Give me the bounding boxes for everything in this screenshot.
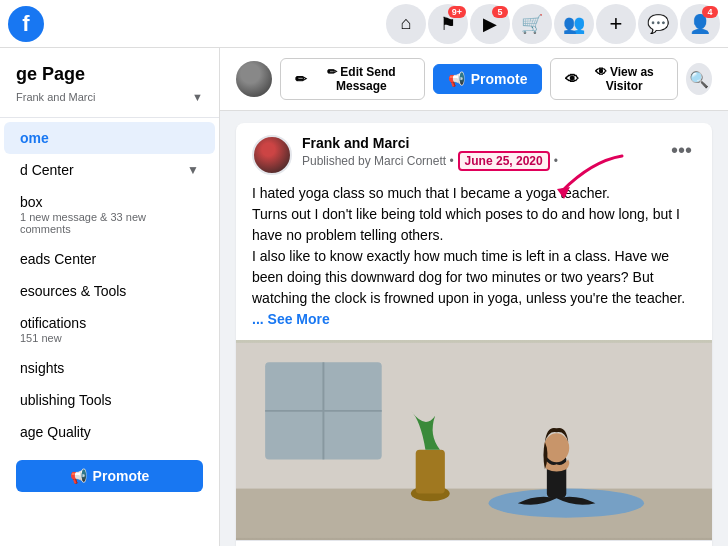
published-by-text: Published by Marci Cornett • (302, 154, 454, 168)
post-date-highlight[interactable]: June 25, 2020 (458, 151, 550, 171)
search-button[interactable]: 🔍 (686, 63, 712, 95)
sidebar-item-label: d Center (20, 162, 74, 178)
post-line-3: I also like to know exactly how much tim… (252, 246, 696, 309)
sidebar-item-insights[interactable]: nsights (4, 352, 215, 384)
svg-rect-2 (236, 489, 712, 538)
post-image (236, 340, 712, 540)
sidebar-item-content: box 1 new message & 33 new comments (20, 194, 199, 235)
sidebar-item-page-quality[interactable]: age Quality (4, 416, 215, 448)
see-more-link[interactable]: ... See More (252, 311, 330, 327)
page-layout: ge Page Frank and Marci ▼ ome d Center ▼… (0, 48, 728, 546)
sidebar-item-ad-center[interactable]: d Center ▼ (4, 154, 215, 186)
account-button[interactable]: 👤 4 (680, 4, 720, 44)
post-page-name: Frank and Marci (302, 135, 657, 151)
sidebar: ge Page Frank and Marci ▼ ome d Center ▼… (0, 48, 220, 546)
create-button[interactable]: + (596, 4, 636, 44)
megaphone-icon: 📢 (448, 71, 465, 87)
svg-point-10 (544, 433, 569, 462)
chevron-down-icon: ▼ (192, 91, 203, 103)
sidebar-item-label: ublishing Tools (20, 392, 112, 408)
notifications-badge: 9+ (448, 6, 466, 18)
video-nav-button[interactable]: ▶ 5 (470, 4, 510, 44)
eye-icon: 👁 (565, 71, 579, 87)
post-subtitle: Published by Marci Cornett • June 25, 20… (302, 151, 657, 171)
sidebar-item-home[interactable]: ome (4, 122, 215, 154)
yoga-image-svg (236, 340, 712, 540)
sidebar-item-sublabel: 1 new message & 33 new comments (20, 211, 199, 235)
sidebar-item-label: eads Center (20, 251, 96, 267)
sidebar-page-name[interactable]: Frank and Marci ▼ (0, 87, 219, 113)
sidebar-item-notifications[interactable]: otifications 151 new (4, 307, 215, 352)
top-navigation: f ⌂ ⚑ 9+ ▶ 5 🛒 👥 + 💬 👤 4 (0, 0, 728, 48)
page-avatar-small (236, 61, 272, 97)
sidebar-item-content: otifications 151 new (20, 315, 86, 344)
home-nav-button[interactable]: ⌂ (386, 4, 426, 44)
post-card: Frank and Marci Published by Marci Corne… (236, 123, 712, 546)
sidebar-item-leads-center[interactable]: eads Center (4, 243, 215, 275)
post-page-avatar (252, 135, 292, 175)
sidebar-item-label: box (20, 194, 199, 210)
sidebar-item-sublabel: 151 new (20, 332, 86, 344)
post-body: I hated yoga class so much that I became… (236, 183, 712, 340)
page-action-bar: ✏ ✏ Edit Send Message 📢 Promote 👁 👁 View… (220, 48, 728, 111)
account-badge: 4 (702, 6, 718, 18)
post-more-options[interactable]: ••• (667, 135, 696, 166)
nav-icons-group: ⌂ ⚑ 9+ ▶ 5 🛒 👥 + 💬 👤 4 (386, 4, 720, 44)
sidebar-divider (0, 117, 219, 118)
sidebar-item-inbox[interactable]: box 1 new message & 33 new comments (4, 186, 215, 243)
marketplace-nav-button[interactable]: 🛒 (512, 4, 552, 44)
sidebar-item-label: nsights (20, 360, 64, 376)
megaphone-icon: 📢 (70, 468, 87, 484)
sidebar-item-resources[interactable]: esources & Tools (4, 275, 215, 307)
sidebar-item-label: ome (20, 130, 49, 146)
svg-rect-7 (416, 450, 445, 494)
view-as-visitor-button[interactable]: 👁 👁 View as Visitor (550, 58, 677, 100)
facebook-logo: f (8, 6, 44, 42)
friends-nav-button[interactable]: 👥 (554, 4, 594, 44)
promote-button[interactable]: 📢 Promote (433, 64, 543, 94)
post-stats: 👍 1,875 💬 275 Boost Post (236, 540, 712, 546)
sidebar-item-label: esources & Tools (20, 283, 126, 299)
pencil-icon: ✏ (295, 71, 307, 87)
notifications-nav-button[interactable]: ⚑ 9+ (428, 4, 468, 44)
post-date-dot: • (554, 154, 558, 168)
post-line-1: I hated yoga class so much that I became… (252, 183, 696, 204)
sidebar-item-label: otifications (20, 315, 86, 331)
sidebar-item-publishing-tools[interactable]: ublishing Tools (4, 384, 215, 416)
nav-left: f (8, 6, 44, 42)
post-meta: Frank and Marci Published by Marci Corne… (302, 135, 657, 171)
sidebar-title: ge Page (0, 60, 219, 87)
sidebar-item-label: age Quality (20, 424, 91, 440)
main-content: ✏ ✏ Edit Send Message 📢 Promote 👁 👁 View… (220, 48, 728, 546)
sidebar-promote-button[interactable]: 📢 Promote (16, 460, 203, 492)
post-line-2: Turns out I don't like being told which … (252, 204, 696, 246)
messenger-button[interactable]: 💬 (638, 4, 678, 44)
edit-send-message-button[interactable]: ✏ ✏ Edit Send Message (280, 58, 425, 100)
chevron-down-icon: ▼ (187, 163, 199, 177)
search-icon: 🔍 (689, 70, 709, 89)
video-badge: 5 (492, 6, 508, 18)
post-header: Frank and Marci Published by Marci Corne… (236, 123, 712, 183)
